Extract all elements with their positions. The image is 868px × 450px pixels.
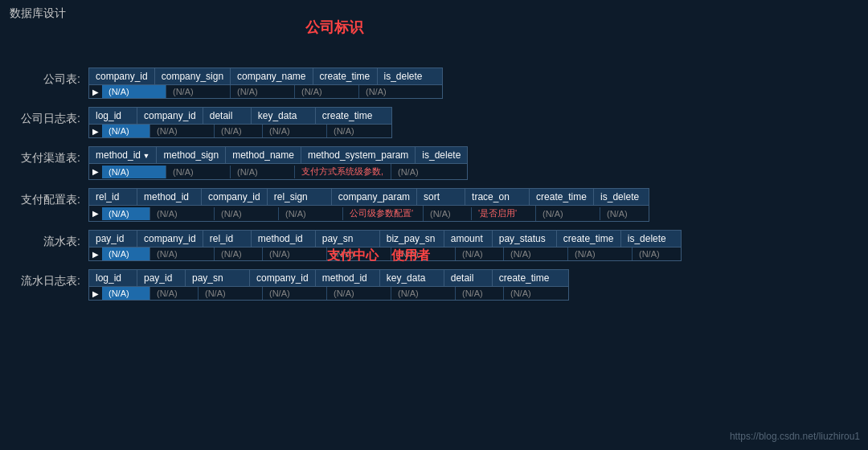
payment-channel-table-row: 支付渠道表: method_id method_sign method_name… (16, 146, 852, 180)
col-rel-id: rel_id (89, 189, 137, 205)
col-method-name: method_name (226, 147, 301, 163)
cell-na: (N/A) (456, 287, 504, 300)
cell-amount: (N/A) (456, 248, 504, 260)
col-pay-id: pay_id (137, 270, 186, 286)
col-pay-sn: pay_sn (316, 231, 380, 247)
cell-na: (N/A) (102, 166, 166, 178)
cell-biz-pay-sn: (N/A) 使用者 (391, 248, 456, 260)
cell-na: (N/A) (263, 287, 327, 300)
col-pay-id: pay_id (89, 231, 137, 247)
cell-na: (N/A) (504, 248, 568, 260)
cell-na: (N/A) (600, 207, 649, 220)
flow-log-table: log_id pay_id pay_sn company_id method_i… (88, 269, 569, 301)
col-detail: detail (203, 108, 252, 124)
company-label: 公司标识 (305, 18, 363, 37)
col-method-id: method_id (137, 189, 202, 205)
col-method-id: method_id (89, 147, 157, 163)
cell-na: (N/A) (102, 85, 166, 98)
cell-na: (N/A) (424, 207, 472, 220)
company-table-label: 公司表: (16, 68, 88, 87)
col-trace-on: trace_on (465, 189, 530, 205)
cell-na: (N/A) (102, 248, 150, 260)
col-company-id: company_id (202, 189, 268, 205)
cell-na: (N/A) (231, 85, 295, 98)
company-log-table: log_id company_id detail key_data create… (88, 107, 392, 138)
col-create-time: create_time (530, 189, 594, 205)
cell-na: (N/A) (231, 166, 295, 178)
cell-na: (N/A) (359, 85, 424, 98)
col-sort: sort (417, 189, 465, 205)
cell-na: (N/A) (150, 125, 215, 137)
watermark: https://blog.csdn.net/liuzhirou1 (730, 431, 860, 442)
col-company-name: company_name (231, 68, 313, 84)
cell-na: (N/A) (327, 287, 391, 300)
col-company-id: company_id (250, 270, 316, 286)
cell-na: (N/A) (536, 207, 600, 220)
col-create-time: create_time (493, 270, 557, 286)
col-create-time: create_time (557, 231, 621, 247)
payment-channel-table: method_id method_sign method_name method… (88, 146, 468, 180)
col-rel-sign: rel_sign (268, 189, 332, 205)
company-table: company_id company_sign company_name cre… (88, 68, 443, 99)
col-pay-status: pay_status (493, 231, 557, 247)
col-is-delete: is_delete (621, 231, 673, 247)
cell-company-param: 公司级参数配置' (343, 206, 424, 221)
col-pay-sn: pay_sn (186, 270, 250, 286)
cell-pay-sn: (N/A) 支付中心 (327, 248, 391, 260)
col-company-sign: company_sign (155, 68, 231, 84)
flow-table: pay_id company_id rel_id method_id pay_s… (88, 230, 682, 261)
col-detail: detail (444, 270, 493, 286)
cell-na: (N/A) (150, 207, 215, 220)
cell-na: (N/A) (391, 166, 440, 178)
cell-na: (N/A) (295, 85, 359, 98)
payment-config-label: 支付配置表: (16, 188, 88, 207)
col-company-param: company_param (332, 189, 417, 205)
cell-na: (N/A) (391, 287, 456, 300)
col-key-data: key_data (252, 108, 316, 124)
col-method-system-param: method_system_param (301, 147, 416, 163)
cell-na: (N/A) (166, 85, 231, 98)
col-method-id: method_id (316, 270, 380, 286)
col-log-id: log_id (89, 270, 137, 286)
col-company-id: company_id (137, 231, 203, 247)
cell-na: (N/A) (568, 248, 633, 260)
payment-config-table: rel_id method_id company_id rel_sign com… (88, 188, 649, 222)
col-is-delete: is_delete (416, 147, 467, 163)
payment-config-table-row: 支付配置表: rel_id method_id company_id rel_s… (16, 188, 852, 222)
company-table-row: 公司表: company_id company_sign company_nam… (16, 68, 852, 99)
flow-log-table-label: 流水日志表: (16, 269, 88, 288)
col-company-id: company_id (89, 68, 155, 84)
cell-na: (N/A) (504, 287, 568, 300)
col-key-data: key_data (380, 270, 444, 286)
col-biz-pay-sn: biz_pay_sn (380, 231, 444, 247)
cell-na: (N/A) (166, 166, 231, 178)
col-method-id: method_id (252, 231, 316, 247)
cell-na: (N/A) (150, 248, 215, 260)
col-is-delete: is_delete (594, 189, 645, 205)
payment-channel-label: 支付渠道表: (16, 146, 88, 166)
col-method-sign: method_sign (157, 147, 226, 163)
cell-na: (N/A) (263, 248, 327, 260)
cell-na: (N/A) (263, 125, 327, 137)
flow-table-label: 流水表: (16, 230, 88, 249)
cell-na: (N/A) (199, 287, 263, 300)
col-create-time: create_time (313, 68, 378, 84)
col-is-delete: is_delete (378, 68, 442, 84)
flow-log-table-row: 流水日志表: log_id pay_id pay_sn company_id m… (16, 269, 852, 301)
col-amount: amount (444, 231, 493, 247)
company-log-table-label: 公司日志表: (16, 107, 88, 126)
cell-na: (N/A) (102, 287, 150, 300)
cell-na: (N/A) (633, 248, 681, 260)
col-company-id: company_id (137, 108, 203, 124)
cell-na: (N/A) (327, 125, 391, 137)
col-create-time: create_time (316, 108, 380, 124)
col-rel-id: rel_id (203, 231, 252, 247)
cell-na: (N/A) (150, 287, 199, 300)
company-log-table-row: 公司日志表: log_id company_id detail key_data… (16, 107, 852, 138)
cell-na: (N/A) (102, 125, 150, 137)
col-log-id: log_id (89, 108, 137, 124)
flow-table-row: 流水表: pay_id company_id rel_id method_id … (16, 230, 852, 261)
cell-trace-on: '是否启用' (472, 206, 536, 221)
cell-na: (N/A) (279, 207, 343, 220)
cell-na: (N/A) (215, 248, 263, 260)
